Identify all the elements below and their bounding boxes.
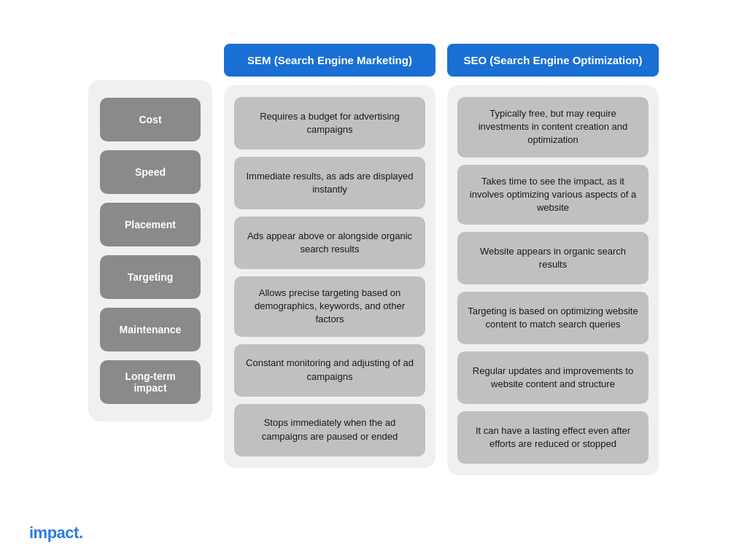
label-item-maintenance: Maintenance (100, 308, 201, 351)
seo-maintenance: Regular updates and improvements to webs… (457, 351, 649, 404)
seo-cost: Typically free, but may require investme… (457, 97, 649, 158)
seo-column: SEO (Search Engine Optimization) Typical… (447, 44, 659, 475)
label-item-long-term-impact: Long-term impact (100, 360, 201, 404)
seo-placement: Website appears in organic search result… (457, 232, 649, 284)
seo-speed: Takes time to see the impact, as it invo… (457, 165, 649, 225)
sem-longterm: Stops immediately when the ad campaigns … (234, 404, 425, 456)
watermark: impact. (29, 524, 83, 542)
sem-column: SEM (Search Engine Marketing) Requires a… (224, 44, 436, 468)
sem-header: SEM (Search Engine Marketing) (224, 44, 436, 77)
seo-longterm: It can have a lasting effect even after … (457, 411, 649, 464)
main-container: CostSpeedPlacementTargetingMaintenanceLo… (0, 0, 747, 560)
sem-maintenance: Constant monitoring and adjusting of ad … (234, 344, 425, 397)
sem-targeting: Allows precise targeting based on demogr… (234, 276, 425, 337)
seo-targeting: Targeting is based on optimizing website… (457, 292, 649, 344)
sem-body: Requires a budget for advertising campai… (224, 85, 436, 468)
label-item-targeting: Targeting (100, 255, 201, 299)
label-item-cost: Cost (100, 98, 201, 141)
sem-cost: Requires a budget for advertising campai… (234, 97, 425, 149)
labels-column: CostSpeedPlacementTargetingMaintenanceLo… (88, 80, 212, 421)
label-item-placement: Placement (100, 203, 201, 246)
sem-speed: Immediate results, as ads are displayed … (234, 157, 425, 209)
seo-header: SEO (Search Engine Optimization) (447, 44, 659, 77)
seo-body: Typically free, but may require investme… (447, 85, 659, 475)
sem-placement: Ads appear above or alongside organic se… (234, 217, 425, 269)
label-item-speed: Speed (100, 150, 201, 194)
